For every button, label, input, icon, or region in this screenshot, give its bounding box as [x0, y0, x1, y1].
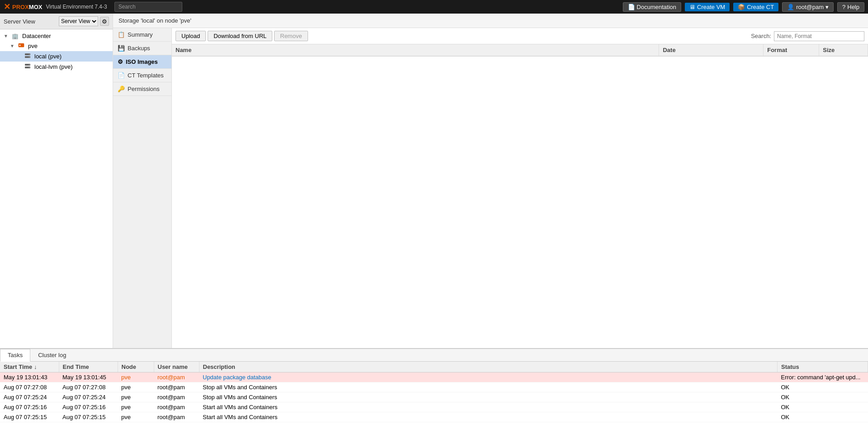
nav-icon-summary: 📋: [118, 31, 125, 38]
nav-icon-ct-templates: 📄: [118, 72, 125, 79]
bottom-table-row[interactable]: Aug 07 07:25:24Aug 07 07:25:24pveroot@pa…: [0, 392, 868, 402]
bottom-cell-3-1: Aug 07 07:25:16: [59, 402, 118, 412]
col-size-header[interactable]: Size: [819, 44, 868, 56]
doc-icon: 📄: [628, 4, 635, 10]
nav-icon-backups: 💾: [118, 45, 125, 52]
bottom-cell-1-4: Stop all VMs and Containers: [199, 382, 778, 392]
nav-label-backups: Backups: [128, 45, 150, 52]
table-wrapper: Name Date Format Size: [172, 44, 868, 348]
bottom-tab-cluster-log[interactable]: Cluster log: [30, 349, 74, 361]
col-date-header[interactable]: Date: [659, 44, 764, 56]
tree-label-local-lvm-pve: local-lvm (pve): [34, 63, 73, 70]
bottom-table-row[interactable]: Aug 07 07:25:15Aug 07 07:25:15pveroot@pa…: [0, 412, 868, 422]
logo: ✕ PROXMOX: [4, 2, 42, 12]
bottom-table-row[interactable]: Aug 07 07:25:16Aug 07 07:25:16pveroot@pa…: [0, 402, 868, 412]
bottom-table-wrapper: Start Time ↓End TimeNodeUser nameDescrip…: [0, 362, 868, 425]
tree-item-datacenter[interactable]: ▼🏢Datacenter: [0, 31, 113, 41]
tree-icon-local-lvm-pve: [24, 63, 31, 71]
nav-item-permissions[interactable]: 🔑Permissions: [113, 82, 171, 96]
sidebar: Server View Server View ⚙ ▼🏢Datacenter▼p…: [0, 14, 113, 348]
bottom-cell-4-1: Aug 07 07:25:15: [59, 412, 118, 422]
help-label: Help: [847, 4, 859, 10]
search-label: Search:: [751, 33, 771, 39]
nav-item-iso-images[interactable]: ⚙ISO Images: [113, 55, 171, 69]
nav-label-iso-images: ISO Images: [126, 58, 158, 65]
bottom-col-2[interactable]: Node: [118, 362, 154, 372]
bottom-table-row[interactable]: Aug 07 07:27:08Aug 07 07:27:08pveroot@pa…: [0, 382, 868, 392]
svg-point-9: [29, 67, 30, 68]
bottom-cell-3-0: Aug 07 07:25:16: [0, 402, 59, 412]
logo-x: ✕: [4, 2, 10, 12]
svg-point-4: [29, 54, 30, 55]
data-table: Name Date Format Size: [172, 44, 868, 57]
bottom-cell-0-3: root@pam: [154, 372, 199, 382]
tree-item-pve[interactable]: ▼pve: [0, 41, 113, 51]
bottom-tab-tasks[interactable]: Tasks: [0, 349, 30, 362]
col-format-header[interactable]: Format: [764, 44, 819, 56]
svg-point-5: [29, 57, 30, 57]
col-name-header[interactable]: Name: [172, 44, 659, 56]
bottom-col-3[interactable]: User name: [154, 362, 199, 372]
left-nav: 📋Summary💾Backups⚙ISO Images📄CT Templates…: [113, 28, 172, 348]
center-header: Storage 'local' on node 'pve': [113, 14, 868, 28]
tree-item-local-pve[interactable]: local (pve): [0, 51, 113, 62]
tree-icon-datacenter: 🏢: [12, 33, 19, 39]
tree: ▼🏢Datacenter▼pvelocal (pve)local-lvm (pv…: [0, 29, 113, 348]
bottom-col-5[interactable]: Status: [778, 362, 868, 372]
bottom-cell-2-2: pve: [118, 392, 154, 402]
bottom-table-row[interactable]: May 19 13:01:43May 19 13:01:45pveroot@pa…: [0, 372, 868, 382]
help-button[interactable]: ? Help: [837, 2, 864, 12]
create-ct-button[interactable]: 📦 Create CT: [733, 3, 778, 11]
nav-item-summary[interactable]: 📋Summary: [113, 28, 171, 42]
svg-point-1: [19, 45, 21, 46]
upload-button[interactable]: Upload: [175, 31, 206, 41]
bottom-cell-4-0: Aug 07 07:25:15: [0, 412, 59, 422]
nav-label-summary: Summary: [128, 31, 153, 38]
bottom-cell-2-3: root@pam: [154, 392, 199, 402]
bottom-cell-3-5: OK: [778, 402, 868, 412]
bottom-table-body: May 19 13:01:43May 19 13:01:45pveroot@pa…: [0, 372, 868, 422]
bottom-table-header: Start Time ↓End TimeNodeUser nameDescrip…: [0, 362, 868, 372]
bottom-cell-0-5: Error: command 'apt-get upd...: [778, 372, 868, 382]
bottom-panel: TasksCluster log Start Time ↓End TimeNod…: [0, 348, 868, 425]
bottom-cell-1-3: root@pam: [154, 382, 199, 392]
tree-label-datacenter: Datacenter: [22, 33, 51, 39]
create-ct-label: Create CT: [747, 4, 774, 10]
bottom-cell-0-2: pve: [118, 372, 154, 382]
documentation-button[interactable]: 📄 Documentation: [623, 2, 681, 12]
nav-item-ct-templates[interactable]: 📄CT Templates: [113, 69, 171, 82]
gear-button[interactable]: ⚙: [100, 17, 109, 26]
bottom-cell-0-1: May 19 13:01:45: [59, 372, 118, 382]
bottom-tabs: TasksCluster log: [0, 349, 868, 362]
tree-label-local-pve: local (pve): [34, 53, 62, 60]
bottom-col-0[interactable]: Start Time ↓: [0, 362, 59, 372]
tree-item-local-lvm-pve[interactable]: local-lvm (pve): [0, 62, 113, 72]
logo-prox: PROX: [12, 4, 29, 10]
help-icon: ?: [842, 4, 845, 10]
center-panel: Storage 'local' on node 'pve' 📋Summary💾B…: [113, 14, 868, 348]
bottom-cell-1-5: OK: [778, 382, 868, 392]
bottom-cell-2-0: Aug 07 07:25:24: [0, 392, 59, 402]
nav-label-permissions: Permissions: [128, 86, 160, 92]
bottom-col-4[interactable]: Description: [199, 362, 778, 372]
center-header-text: Storage 'local' on node 'pve': [119, 17, 191, 24]
user-icon: 👤: [787, 4, 794, 10]
bottom-cell-0-4: Update package database: [199, 372, 778, 382]
search-bar: Search:: [751, 31, 864, 41]
tree-label-pve: pve: [28, 43, 38, 49]
user-menu-button[interactable]: 👤 root@pam ▾: [782, 2, 834, 12]
topbar: ✕ PROXMOX Virtual Environment 7.4-3 📄 Do…: [0, 0, 868, 14]
bottom-cell-0-0: May 19 13:01:43: [0, 372, 59, 382]
server-view-select[interactable]: Server View: [59, 16, 98, 26]
download-url-button[interactable]: Download from URL: [208, 31, 272, 41]
bottom-cell-4-2: pve: [118, 412, 154, 422]
main-area: Upload Download from URL Remove Search: …: [172, 28, 868, 348]
bottom-cell-4-3: root@pam: [154, 412, 199, 422]
search-input[interactable]: [774, 31, 864, 41]
create-vm-button[interactable]: 🖥 Create VM: [685, 3, 730, 11]
global-search-input[interactable]: [114, 2, 182, 12]
nav-item-backups[interactable]: 💾Backups: [113, 42, 171, 55]
bottom-col-1[interactable]: End Time: [59, 362, 118, 372]
remove-button[interactable]: Remove: [274, 31, 308, 41]
user-label: root@pam: [796, 4, 824, 10]
